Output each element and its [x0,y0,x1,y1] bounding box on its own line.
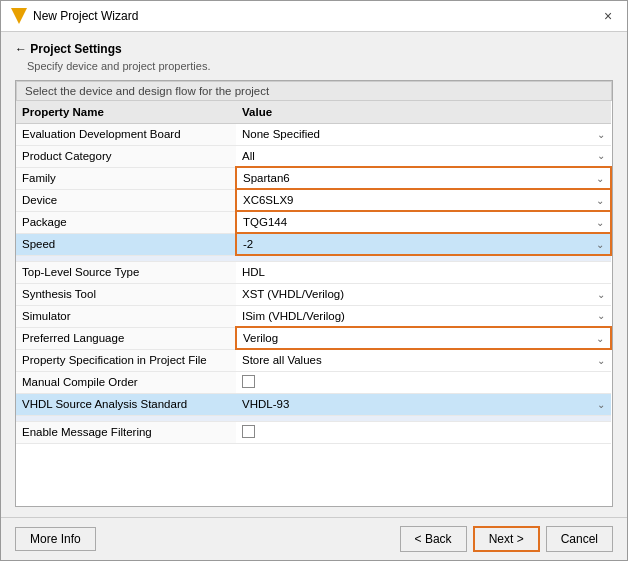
prop-label: Speed [16,233,236,255]
prop-label: Product Category [16,145,236,167]
table-row: Speed -2⌄ [16,233,611,255]
table-row: Simulator ISim (VHDL/Verilog)⌄ [16,305,611,327]
table-row: VHDL Source Analysis Standard VHDL-93⌄ [16,393,611,415]
close-button[interactable]: × [599,7,617,25]
table-row: Preferred Language Verilog⌄ [16,327,611,349]
next-button[interactable]: Next > [473,526,540,552]
table-row: Product Category All⌄ [16,145,611,167]
footer-left: More Info [15,527,96,551]
prop-value[interactable]: VHDL-93⌄ [236,393,611,415]
prop-value[interactable]: Store all Values⌄ [236,349,611,371]
section-subtext: Specify device and project properties. [27,60,613,72]
table-row: Enable Message Filtering [16,421,611,443]
prop-value-package[interactable]: TQG144⌄ [236,211,611,233]
prop-value-device[interactable]: XC6SLX9⌄ [236,189,611,211]
table-row: Top-Level Source Type HDL [16,261,611,283]
prop-label: Preferred Language [16,327,236,349]
prop-value[interactable]: None Specified⌄ [236,123,611,145]
table-notice: Select the device and design flow for th… [16,81,612,101]
prop-value[interactable] [236,371,611,393]
prop-value[interactable] [236,421,611,443]
properties-table-container: Select the device and design flow for th… [15,80,613,507]
table-row: Device XC6SLX9⌄ [16,189,611,211]
wizard-icon [11,8,27,24]
prop-label: Enable Message Filtering [16,421,236,443]
prop-value-language[interactable]: Verilog⌄ [236,327,611,349]
back-button[interactable]: < Back [400,526,467,552]
col-header-prop: Property Name [16,101,236,123]
col-header-val: Value [236,101,611,123]
prop-label: Evaluation Development Board [16,123,236,145]
prop-label: Simulator [16,305,236,327]
cancel-button[interactable]: Cancel [546,526,613,552]
titlebar: New Project Wizard × [1,1,627,32]
table-row: Property Specification in Project File S… [16,349,611,371]
prop-label: Property Specification in Project File [16,349,236,371]
table-row: Manual Compile Order [16,371,611,393]
more-info-button[interactable]: More Info [15,527,96,551]
dialog-title: New Project Wizard [33,9,138,23]
section-title: ← Project Settings [15,42,613,56]
table-row: Package TQG144⌄ [16,211,611,233]
footer-right: < Back Next > Cancel [400,526,613,552]
prop-value-speed[interactable]: -2⌄ [236,233,611,255]
prop-label: Manual Compile Order [16,371,236,393]
prop-label: Synthesis Tool [16,283,236,305]
dialog-footer: More Info < Back Next > Cancel [1,517,627,560]
enable-message-filtering-checkbox[interactable] [242,425,255,438]
properties-table: Property Name Value Evaluation Developme… [16,101,612,444]
main-content: ← Project Settings Specify device and pr… [1,32,627,517]
titlebar-left: New Project Wizard [11,8,138,24]
table-row: Evaluation Development Board None Specif… [16,123,611,145]
prop-label: VHDL Source Analysis Standard [16,393,236,415]
dialog-window: New Project Wizard × ← Project Settings … [0,0,628,561]
table-row: Family Spartan6⌄ [16,167,611,189]
prop-value[interactable]: All⌄ [236,145,611,167]
prop-label: Package [16,211,236,233]
prop-label: Top-Level Source Type [16,261,236,283]
prop-value: HDL [236,261,611,283]
prop-label: Device [16,189,236,211]
prop-label: Family [16,167,236,189]
prop-value-family[interactable]: Spartan6⌄ [236,167,611,189]
manual-compile-checkbox[interactable] [242,375,255,388]
prop-value[interactable]: ISim (VHDL/Verilog)⌄ [236,305,611,327]
table-row: Synthesis Tool XST (VHDL/Verilog)⌄ [16,283,611,305]
prop-value[interactable]: XST (VHDL/Verilog)⌄ [236,283,611,305]
